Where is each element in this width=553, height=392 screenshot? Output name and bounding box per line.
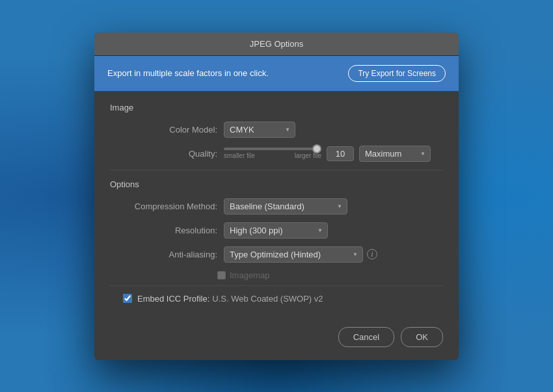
options-section-label: Options [110,179,443,189]
quality-preset-select[interactable]: Low Medium High Very High Maximum [359,146,431,162]
jpeg-options-dialog: JPEG Options Export in multiple scale fa… [94,33,459,360]
export-banner: Export in multiple scale factors in one … [94,56,459,91]
imagemap-row: Imagemap [110,270,443,280]
ok-button[interactable]: OK [401,327,443,347]
color-model-row: Color Model: RGB CMYK Grayscale [110,122,443,138]
embed-icc-label-normal: U.S. Web Coated (SWOP) v2 [212,294,323,304]
quality-controls: smaller file larger file Low Medium High… [224,146,431,162]
quality-label: Quality: [123,149,217,159]
compression-method-row: Compression Method: Baseline (Standard) … [110,198,443,215]
try-export-button[interactable]: Try Export for Screens [348,65,446,82]
resolution-label: Resolution: [123,226,217,235]
imagemap-checkbox [217,271,226,280]
dialog-footer: Cancel OK [94,327,459,360]
quality-row: Quality: smaller file larger file Low Me… [110,146,443,162]
image-section-label: Image [110,103,443,112]
section-divider [110,170,443,170]
quality-preset-wrapper: Low Medium High Very High Maximum [359,146,431,162]
quality-number-input[interactable] [327,146,354,161]
resolution-wrapper: Screen (72 ppi) Medium (150 ppi) High (3… [224,222,328,239]
resolution-select[interactable]: Screen (72 ppi) Medium (150 ppi) High (3… [224,222,328,239]
embed-icc-checkbox[interactable] [123,294,132,303]
slider-label-left: smaller file [224,152,255,159]
anti-aliasing-row: Anti-aliasing: None Art Optimized (Super… [110,246,443,263]
dialog-title-bar: JPEG Options [94,33,459,56]
color-model-label: Color Model: [123,125,217,135]
color-model-select-wrapper: RGB CMYK Grayscale [224,122,295,138]
compression-method-wrapper: Baseline (Standard) Baseline Optimized P… [224,198,347,215]
anti-aliasing-select[interactable]: None Art Optimized (Supersampling) Type … [224,246,363,263]
anti-aliasing-wrapper: None Art Optimized (Supersampling) Type … [224,246,363,263]
slider-label-right: larger file [295,152,321,159]
dialog-body: Image Color Model: RGB CMYK Grayscale Qu… [94,91,459,327]
embed-icc-row: Embed ICC Profile: U.S. Web Coated (SWOP… [110,285,443,314]
banner-text: Export in multiple scale factors in one … [107,68,269,78]
compression-method-select[interactable]: Baseline (Standard) Baseline Optimized P… [224,198,347,215]
quality-slider-container: smaller file larger file [224,148,321,159]
dialog-title: JPEG Options [250,39,303,49]
anti-aliasing-info-icon[interactable]: i [367,249,377,259]
cancel-button[interactable]: Cancel [338,327,394,347]
resolution-row: Resolution: Screen (72 ppi) Medium (150 … [110,222,443,239]
embed-icc-label-bold: Embed ICC Profile: [137,294,209,304]
quality-slider[interactable] [224,148,321,150]
compression-method-label: Compression Method: [123,202,217,211]
color-model-select[interactable]: RGB CMYK Grayscale [224,122,295,138]
anti-aliasing-label: Anti-aliasing: [123,250,217,259]
imagemap-label: Imagemap [230,270,269,280]
